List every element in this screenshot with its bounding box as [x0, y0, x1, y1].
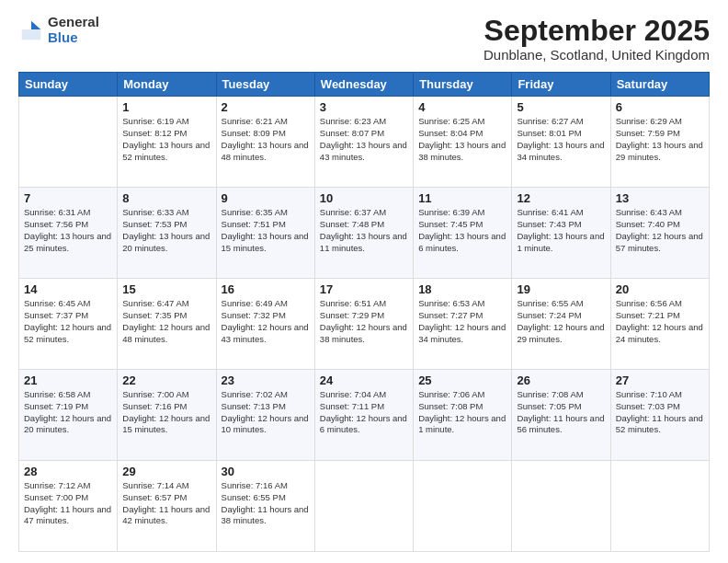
table-cell: 15Sunrise: 6:47 AM Sunset: 7:35 PM Dayli…	[118, 279, 216, 370]
table-cell: 23Sunrise: 7:02 AM Sunset: 7:13 PM Dayli…	[216, 370, 314, 461]
day-number: 15	[122, 282, 210, 296]
table-cell: 24Sunrise: 7:04 AM Sunset: 7:11 PM Dayli…	[314, 370, 413, 461]
day-info: Sunrise: 6:25 AM Sunset: 8:04 PM Dayligh…	[418, 116, 506, 163]
day-number: 20	[616, 282, 704, 296]
table-cell: 20Sunrise: 6:56 AM Sunset: 7:21 PM Dayli…	[610, 279, 709, 370]
day-info: Sunrise: 6:58 AM Sunset: 7:19 PM Dayligh…	[24, 389, 112, 436]
table-cell: 5Sunrise: 6:27 AM Sunset: 8:01 PM Daylig…	[512, 97, 610, 188]
table-cell: 17Sunrise: 6:51 AM Sunset: 7:29 PM Dayli…	[314, 279, 413, 370]
day-info: Sunrise: 6:53 AM Sunset: 7:27 PM Dayligh…	[418, 298, 506, 345]
day-number: 3	[320, 100, 408, 114]
day-number: 28	[24, 465, 112, 478]
title-section: September 2025 Dunblane, Scotland, Unite…	[483, 15, 710, 63]
day-info: Sunrise: 6:37 AM Sunset: 7:48 PM Dayligh…	[320, 207, 408, 254]
day-number: 25	[418, 373, 506, 387]
day-info: Sunrise: 6:31 AM Sunset: 7:56 PM Dayligh…	[24, 207, 112, 254]
day-info: Sunrise: 7:10 AM Sunset: 7:03 PM Dayligh…	[616, 389, 704, 436]
day-info: Sunrise: 7:08 AM Sunset: 7:05 PM Dayligh…	[517, 389, 605, 436]
table-cell: 16Sunrise: 6:49 AM Sunset: 7:32 PM Dayli…	[216, 279, 314, 370]
day-info: Sunrise: 7:00 AM Sunset: 7:16 PM Dayligh…	[122, 389, 210, 436]
day-number: 26	[517, 373, 605, 387]
header-monday: Monday	[118, 73, 216, 97]
day-info: Sunrise: 6:45 AM Sunset: 7:37 PM Dayligh…	[24, 298, 112, 345]
day-number: 14	[24, 282, 112, 296]
day-number: 1	[122, 100, 210, 114]
table-cell: 10Sunrise: 6:37 AM Sunset: 7:48 PM Dayli…	[314, 188, 413, 279]
day-info: Sunrise: 6:43 AM Sunset: 7:40 PM Dayligh…	[616, 207, 704, 254]
day-number: 11	[418, 191, 506, 205]
table-cell: 6Sunrise: 6:29 AM Sunset: 7:59 PM Daylig…	[610, 97, 709, 188]
table-cell	[512, 461, 610, 552]
day-info: Sunrise: 6:33 AM Sunset: 7:53 PM Dayligh…	[122, 207, 210, 254]
day-number: 6	[616, 100, 704, 114]
table-cell: 29Sunrise: 7:14 AM Sunset: 6:57 PM Dayli…	[118, 461, 216, 552]
table-cell: 21Sunrise: 6:58 AM Sunset: 7:19 PM Dayli…	[19, 370, 118, 461]
logo: General Blue	[18, 15, 99, 45]
day-info: Sunrise: 7:06 AM Sunset: 7:08 PM Dayligh…	[418, 389, 506, 436]
header-tuesday: Tuesday	[216, 73, 314, 97]
table-cell: 9Sunrise: 6:35 AM Sunset: 7:51 PM Daylig…	[216, 188, 314, 279]
calendar-week-5: 28Sunrise: 7:12 AM Sunset: 7:00 PM Dayli…	[19, 461, 710, 552]
day-info: Sunrise: 6:39 AM Sunset: 7:45 PM Dayligh…	[418, 207, 506, 254]
table-cell: 13Sunrise: 6:43 AM Sunset: 7:40 PM Dayli…	[610, 188, 709, 279]
table-cell	[610, 461, 709, 552]
header-friday: Friday	[512, 73, 610, 97]
table-cell: 26Sunrise: 7:08 AM Sunset: 7:05 PM Dayli…	[512, 370, 610, 461]
logo-icon	[18, 17, 44, 43]
logo-general-text: General	[48, 15, 99, 30]
day-info: Sunrise: 6:51 AM Sunset: 7:29 PM Dayligh…	[320, 298, 408, 345]
table-cell: 2Sunrise: 6:21 AM Sunset: 8:09 PM Daylig…	[216, 97, 314, 188]
table-cell: 8Sunrise: 6:33 AM Sunset: 7:53 PM Daylig…	[118, 188, 216, 279]
month-title: September 2025	[483, 15, 710, 47]
day-number: 27	[616, 373, 704, 387]
table-cell: 4Sunrise: 6:25 AM Sunset: 8:04 PM Daylig…	[414, 97, 512, 188]
table-cell: 3Sunrise: 6:23 AM Sunset: 8:07 PM Daylig…	[314, 97, 413, 188]
day-info: Sunrise: 6:19 AM Sunset: 8:12 PM Dayligh…	[122, 116, 210, 163]
day-number: 29	[122, 465, 210, 478]
day-info: Sunrise: 6:47 AM Sunset: 7:35 PM Dayligh…	[122, 298, 210, 345]
day-info: Sunrise: 6:27 AM Sunset: 8:01 PM Dayligh…	[517, 116, 605, 163]
table-cell: 7Sunrise: 6:31 AM Sunset: 7:56 PM Daylig…	[19, 188, 118, 279]
day-number: 10	[320, 191, 408, 205]
calendar-week-1: 1Sunrise: 6:19 AM Sunset: 8:12 PM Daylig…	[19, 97, 710, 188]
day-number: 4	[418, 100, 506, 114]
day-info: Sunrise: 7:14 AM Sunset: 6:57 PM Dayligh…	[122, 480, 210, 527]
day-number: 7	[24, 191, 112, 205]
day-info: Sunrise: 6:41 AM Sunset: 7:43 PM Dayligh…	[517, 207, 605, 254]
table-cell: 28Sunrise: 7:12 AM Sunset: 7:00 PM Dayli…	[19, 461, 118, 552]
day-number: 16	[222, 282, 310, 296]
location-subtitle: Dunblane, Scotland, United Kingdom	[483, 47, 710, 63]
logo-blue-text: Blue	[48, 30, 99, 46]
calendar-header-row: Sunday Monday Tuesday Wednesday Thursday…	[19, 73, 710, 97]
day-number: 18	[418, 282, 506, 296]
day-info: Sunrise: 6:23 AM Sunset: 8:07 PM Dayligh…	[320, 116, 408, 163]
table-cell: 12Sunrise: 6:41 AM Sunset: 7:43 PM Dayli…	[512, 188, 610, 279]
table-cell: 14Sunrise: 6:45 AM Sunset: 7:37 PM Dayli…	[19, 279, 118, 370]
day-number: 24	[320, 373, 408, 387]
table-cell: 11Sunrise: 6:39 AM Sunset: 7:45 PM Dayli…	[414, 188, 512, 279]
day-number: 13	[616, 191, 704, 205]
day-number: 8	[122, 191, 210, 205]
table-cell: 25Sunrise: 7:06 AM Sunset: 7:08 PM Dayli…	[414, 370, 512, 461]
day-info: Sunrise: 7:04 AM Sunset: 7:11 PM Dayligh…	[320, 389, 408, 436]
day-info: Sunrise: 6:21 AM Sunset: 8:09 PM Dayligh…	[222, 116, 310, 163]
day-info: Sunrise: 7:16 AM Sunset: 6:55 PM Dayligh…	[222, 480, 310, 527]
day-number: 23	[222, 373, 310, 387]
day-info: Sunrise: 6:56 AM Sunset: 7:21 PM Dayligh…	[616, 298, 704, 345]
header-wednesday: Wednesday	[314, 73, 413, 97]
header-sunday: Sunday	[19, 73, 118, 97]
calendar-week-3: 14Sunrise: 6:45 AM Sunset: 7:37 PM Dayli…	[19, 279, 710, 370]
day-number: 19	[517, 282, 605, 296]
calendar: Sunday Monday Tuesday Wednesday Thursday…	[18, 72, 710, 552]
day-number: 30	[222, 465, 310, 478]
day-info: Sunrise: 7:02 AM Sunset: 7:13 PM Dayligh…	[222, 389, 310, 436]
table-cell: 30Sunrise: 7:16 AM Sunset: 6:55 PM Dayli…	[216, 461, 314, 552]
day-number: 21	[24, 373, 112, 387]
svg-marker-0	[31, 20, 40, 29]
table-cell: 1Sunrise: 6:19 AM Sunset: 8:12 PM Daylig…	[118, 97, 216, 188]
table-cell: 19Sunrise: 6:55 AM Sunset: 7:24 PM Dayli…	[512, 279, 610, 370]
day-number: 22	[122, 373, 210, 387]
day-number: 17	[320, 282, 408, 296]
day-number: 9	[222, 191, 310, 205]
table-cell: 18Sunrise: 6:53 AM Sunset: 7:27 PM Dayli…	[414, 279, 512, 370]
